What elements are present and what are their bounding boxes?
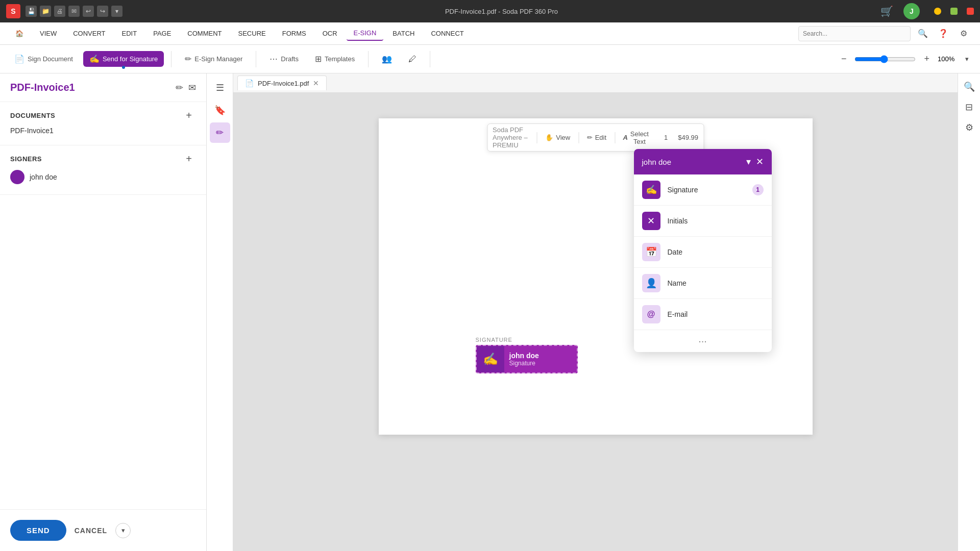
panel-toggle-button[interactable]: ☰ (210, 78, 230, 98)
view-tool-button[interactable]: ✋ View (540, 131, 575, 144)
add-signer-button[interactable]: + (182, 152, 196, 166)
save-icon[interactable]: 💾 (26, 6, 37, 17)
send-signature-label: Send for Signature (103, 55, 158, 63)
minimize-button[interactable] (934, 8, 941, 15)
zoom-slider[interactable] (854, 55, 916, 63)
redo-icon[interactable]: ↪ (97, 6, 108, 17)
zoom-out-button[interactable]: − (837, 52, 851, 66)
dropdown-more-button[interactable]: ··· (634, 330, 772, 352)
send-signature-icon: ✍ (89, 54, 100, 64)
menu-page[interactable]: PAGE (146, 27, 178, 40)
zoom-in-button[interactable]: + (920, 52, 934, 66)
expand-button[interactable]: ▾ (115, 523, 131, 538)
bookmark-button[interactable]: 🔖 (210, 100, 230, 120)
tab-close-icon[interactable]: ✕ (313, 79, 319, 87)
panel-header-icons: ✏ ✉ (176, 82, 196, 93)
zoom-dropdown-button[interactable]: ▾ (962, 53, 972, 65)
help-icon[interactable]: ❓ (935, 26, 951, 42)
dropdown-chevron-icon[interactable]: ▾ (746, 156, 751, 167)
tab-pdf-icon: 📄 (245, 79, 254, 87)
search-input[interactable] (798, 26, 911, 41)
select-text-icon: A (623, 134, 627, 141)
left-panel: PDF-Invoice1 ✏ ✉ DOCUMENTS + PDF-Invoice… (0, 73, 207, 551)
dropdown-panel: john doe ▾ ✕ ✍ Signature 1 (634, 149, 772, 352)
menu-forms[interactable]: FORMS (275, 27, 313, 40)
toolbar: 📄 Sign Document ✍ Send for Signature ✏ E… (0, 45, 980, 73)
open-icon[interactable]: 📁 (40, 6, 51, 17)
menu-view[interactable]: VIEW (33, 27, 64, 40)
menu-batch[interactable]: BATCH (385, 27, 422, 40)
toolbar-divider-3 (368, 51, 369, 67)
drafts-button[interactable]: ⋯ Drafts (263, 51, 305, 67)
menu-ocr[interactable]: OCR (315, 27, 345, 40)
dropdown-item-date[interactable]: 📅 Date (634, 237, 772, 268)
right-panel-button[interactable]: ⊟ (960, 98, 978, 116)
email-notify-icon[interactable]: ✉ (188, 82, 196, 93)
toolbar-divider-4 (430, 51, 430, 67)
drafts-label: Drafts (281, 55, 299, 63)
sign-document-button[interactable]: 📄 Sign Document (8, 51, 79, 67)
dropdown-user-name: john doe (642, 158, 672, 166)
close-button[interactable] (967, 8, 974, 15)
add-document-button[interactable]: + (182, 108, 196, 122)
menu-home[interactable]: 🏠 (8, 27, 31, 40)
send-for-signature-button[interactable]: ✍ Send for Signature (83, 51, 164, 67)
share-button[interactable]: 👥 (376, 51, 398, 67)
user-avatar[interactable]: J (903, 3, 920, 19)
dropdown-item-name[interactable]: 👤 Name (634, 268, 772, 299)
edit-tool-button[interactable]: ✏ Edit (582, 131, 611, 144)
dropdown-item-signature[interactable]: ✍ Signature 1 (634, 174, 772, 206)
signature-field-label: SIGNATURE (476, 337, 578, 343)
send-button[interactable]: SEND (10, 520, 66, 541)
menu-connect[interactable]: CONNECT (424, 27, 471, 40)
app-icon: S (6, 4, 20, 18)
dropdown-header: john doe ▾ ✕ (634, 149, 772, 174)
name-item-label: Name (668, 279, 764, 287)
documents-section: DOCUMENTS + PDF-Invoice1 (0, 102, 206, 145)
page-number: 1 (664, 134, 668, 141)
dropdown-item-email[interactable]: @ E-mail (634, 299, 772, 330)
signer-item[interactable]: john doe (10, 166, 196, 188)
cancel-button[interactable]: CANCEL (75, 527, 107, 535)
signers-section-header: SIGNERS + (10, 152, 196, 166)
doc-tab[interactable]: 📄 PDF-Invoice1.pdf ✕ (237, 76, 327, 90)
select-text-tool-button[interactable]: A Select Text (618, 128, 654, 148)
dropdown-close-button[interactable]: ✕ (756, 156, 764, 167)
cart-icon[interactable]: 🛒 (880, 5, 893, 17)
initials-item-label: Initials (668, 217, 764, 225)
document-item[interactable]: PDF-Invoice1 (10, 122, 196, 139)
menu-secure[interactable]: SECURE (231, 27, 273, 40)
view-label: View (556, 134, 570, 141)
tab-label: PDF-Invoice1.pdf (258, 80, 309, 87)
maximize-button[interactable] (950, 8, 958, 15)
title-bar-left: S 💾 📁 🖨 ✉ ↩ ↪ ▾ (6, 4, 122, 18)
edit-icon[interactable]: ✏ (176, 82, 183, 93)
toolbar-divider-2 (256, 51, 256, 67)
esign-manager-button[interactable]: ✏ E-Sign Manager (179, 51, 249, 67)
print-icon[interactable]: 🖨 (54, 6, 65, 17)
right-icons: 🔍 ⊟ ⚙ (958, 73, 980, 551)
canvas-area: 📄 PDF-Invoice1.pdf ✕ Soda PDF Anywhere –… (233, 73, 958, 551)
settings-icon[interactable]: ⚙ (955, 26, 972, 42)
canvas-toolbar: Soda PDF Anywhere – PREMIU ✋ View ✏ Edit… (487, 123, 704, 152)
sign-tools-button[interactable]: 🖊 (402, 52, 423, 67)
sign-pen-button[interactable]: ✏ (210, 122, 230, 143)
signature-item-label: Signature (668, 186, 745, 194)
templates-button[interactable]: ⊞ Templates (309, 51, 361, 67)
panel-bottom: SEND CANCEL ▾ (0, 509, 206, 551)
toolbar-divider-1 (171, 51, 172, 67)
window-controls: 🛒 J (880, 3, 974, 19)
menu-edit[interactable]: EDIT (115, 27, 144, 40)
title-bar-tools: 💾 📁 🖨 ✉ ↩ ↪ ▾ (26, 6, 122, 17)
dropdown-item-initials[interactable]: ✕ Initials (634, 206, 772, 237)
menu-comment[interactable]: COMMENT (180, 27, 229, 40)
menu-convert[interactable]: CONVERT (66, 27, 112, 40)
right-search-button[interactable]: 🔍 (960, 78, 978, 96)
email-icon[interactable]: ✉ (68, 6, 80, 17)
more-icon[interactable]: ▾ (111, 6, 122, 17)
undo-icon[interactable]: ↩ (83, 6, 94, 17)
signature-block[interactable]: ✍ john doe Signature (476, 345, 578, 373)
menu-esign[interactable]: E-SIGN (347, 26, 384, 41)
search-icon[interactable]: 🔍 (915, 26, 931, 42)
right-settings-button[interactable]: ⚙ (960, 118, 978, 137)
